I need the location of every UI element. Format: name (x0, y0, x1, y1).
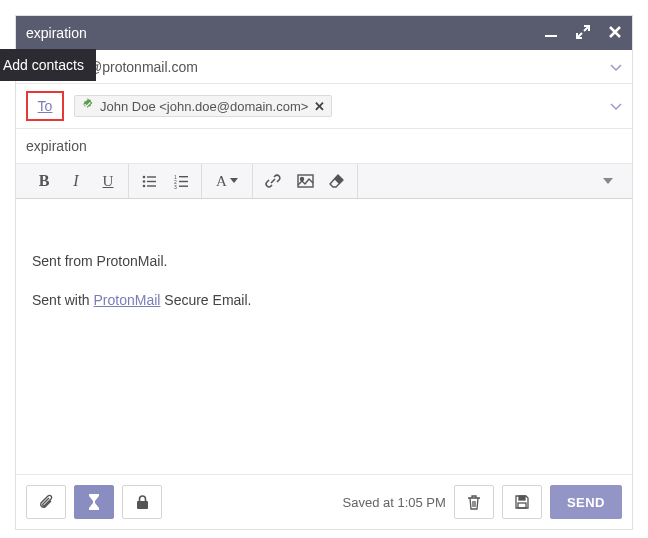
from-address: @protonmail.com (88, 59, 198, 75)
compose-window: Add contacts expiration @protonmail.com … (15, 15, 633, 530)
body-line-2: Sent with ProtonMail Secure Email. (32, 290, 616, 311)
editor-toolbar: B I U 123 A (16, 164, 632, 199)
verified-icon (81, 98, 94, 114)
send-button[interactable]: SEND (550, 485, 622, 519)
email-body[interactable]: Sent from ProtonMail. Sent with ProtonMa… (16, 199, 632, 474)
attach-button[interactable] (26, 485, 66, 519)
close-icon[interactable] (608, 25, 622, 42)
minimize-icon[interactable] (544, 25, 558, 42)
encrypt-button[interactable] (122, 485, 162, 519)
svg-rect-4 (147, 180, 156, 181)
unordered-list-button[interactable] (133, 164, 165, 198)
svg-rect-6 (147, 185, 156, 186)
recipient-chip[interactable]: John Doe <john.doe@domain.com> ✕ (74, 95, 332, 117)
italic-button[interactable]: I (60, 164, 92, 198)
chevron-down-icon[interactable] (610, 98, 622, 114)
titlebar-title: expiration (26, 25, 544, 41)
eraser-button[interactable] (321, 164, 353, 198)
expiration-button[interactable] (74, 485, 114, 519)
ordered-list-button[interactable]: 123 (165, 164, 197, 198)
protonmail-link[interactable]: ProtonMail (93, 292, 160, 308)
svg-rect-17 (518, 503, 526, 508)
svg-rect-12 (179, 185, 188, 186)
svg-rect-0 (545, 35, 557, 37)
to-label-highlight: To (26, 91, 64, 121)
remove-recipient-icon[interactable]: ✕ (314, 99, 325, 114)
svg-point-1 (142, 175, 145, 178)
to-row: To John Doe <john.doe@domain.com> ✕ (16, 84, 632, 129)
delete-button[interactable] (454, 485, 494, 519)
footer: Saved at 1:05 PM SEND (16, 474, 632, 529)
svg-text:3: 3 (174, 184, 177, 189)
svg-rect-16 (519, 496, 525, 500)
subject-input[interactable] (26, 134, 622, 158)
svg-point-3 (142, 180, 145, 183)
svg-rect-2 (147, 176, 156, 177)
saved-status: Saved at 1:05 PM (343, 495, 446, 510)
chevron-down-icon[interactable] (610, 59, 622, 75)
svg-rect-15 (137, 501, 148, 509)
body-line-1: Sent from ProtonMail. (32, 251, 616, 272)
svg-rect-10 (179, 180, 188, 181)
to-button[interactable]: To (38, 98, 53, 114)
font-button[interactable]: A (206, 164, 248, 198)
link-button[interactable] (257, 164, 289, 198)
recipient-text: John Doe <john.doe@domain.com> (100, 99, 308, 114)
svg-point-5 (142, 184, 145, 187)
save-draft-button[interactable] (502, 485, 542, 519)
titlebar: expiration (16, 16, 632, 50)
bold-button[interactable]: B (28, 164, 60, 198)
svg-point-14 (300, 178, 303, 181)
from-row: @protonmail.com (16, 50, 632, 84)
expand-icon[interactable] (576, 25, 590, 42)
image-button[interactable] (289, 164, 321, 198)
svg-rect-8 (179, 176, 188, 177)
add-contacts-tooltip: Add contacts (0, 49, 96, 81)
more-toolbar-button[interactable] (592, 164, 624, 198)
underline-button[interactable]: U (92, 164, 124, 198)
subject-row (16, 129, 632, 164)
